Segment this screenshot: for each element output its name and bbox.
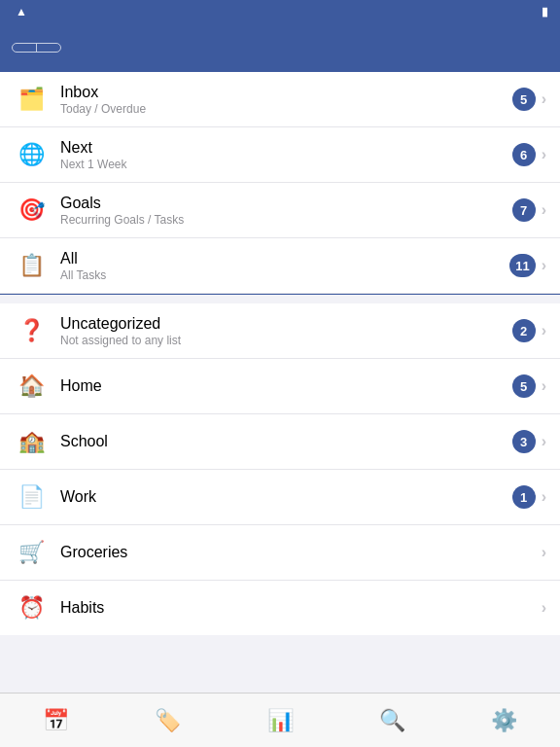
item-right-home: 5›	[512, 374, 546, 398]
item-text-work: Work	[60, 488, 512, 506]
new-button[interactable]	[37, 44, 60, 52]
tab-stats[interactable]: 📊	[224, 694, 335, 747]
item-subtitle-all: All Tasks	[60, 268, 509, 282]
wifi-icon: ▲	[16, 5, 27, 18]
item-right-next: 6›	[512, 143, 546, 166]
search-tab-icon: 🔍	[379, 708, 405, 733]
item-title-goals: Goals	[60, 195, 512, 212]
item-subtitle-goals: Recurring Goals / Tasks	[60, 213, 512, 227]
item-title-inbox: Inbox	[60, 84, 512, 101]
item-text-all: AllAll Tasks	[60, 250, 509, 282]
badge-all: 11	[509, 254, 535, 277]
item-right-work: 1›	[512, 485, 546, 509]
item-text-uncategorized: UncategorizedNot assigned to any list	[60, 315, 512, 347]
item-subtitle-inbox: Today / Overdue	[60, 102, 512, 116]
list-item-school[interactable]: 🏫School3›	[0, 414, 560, 470]
badge-next: 6	[512, 143, 536, 166]
school-icon: 🏫	[14, 424, 49, 459]
tags-tab-icon: 🏷️	[155, 708, 181, 733]
tab-settings[interactable]: ⚙️	[448, 694, 560, 747]
item-title-school: School	[60, 433, 512, 450]
item-title-groceries: Groceries	[60, 544, 542, 561]
list-item-home[interactable]: 🏠Home5›	[0, 359, 560, 414]
tab-today[interactable]: 📅	[0, 694, 112, 747]
nav-edit-new-group	[12, 43, 61, 53]
inbox-icon: 🗂️	[14, 82, 49, 117]
item-title-work: Work	[60, 488, 512, 506]
item-text-home: Home	[60, 377, 512, 395]
item-right-goals: 7›	[512, 198, 546, 222]
habits-icon: ⏰	[14, 590, 49, 625]
item-text-goals: GoalsRecurring Goals / Tasks	[60, 195, 512, 227]
list-item-groceries[interactable]: 🛒Groceries›	[0, 525, 560, 581]
status-battery: ▮	[471, 5, 548, 18]
work-icon: 📄	[14, 480, 49, 515]
item-right-all: 11›	[509, 254, 546, 277]
home-icon: 🏠	[14, 369, 49, 404]
item-right-inbox: 5›	[512, 88, 546, 111]
list-item-all[interactable]: 📋AllAll Tasks11›	[0, 238, 560, 294]
today-tab-icon: 📅	[43, 708, 69, 733]
status-carrier: ▲	[12, 5, 89, 18]
item-title-uncategorized: Uncategorized	[60, 315, 512, 333]
tab-bar: 📅🏷️📊🔍⚙️	[0, 693, 560, 747]
section-divider	[0, 296, 560, 303]
badge-uncategorized: 2	[512, 319, 536, 342]
chevron-next: ›	[542, 146, 546, 163]
uncategorized-icon: ❓	[14, 313, 49, 348]
item-title-next: Next	[60, 139, 512, 157]
item-text-next: NextNext 1 Week	[60, 139, 512, 171]
badge-school: 3	[512, 430, 536, 453]
item-subtitle-next: Next 1 Week	[60, 158, 512, 171]
user-section: ❓UncategorizedNot assigned to any list2›…	[0, 303, 560, 635]
chevron-goals: ›	[542, 201, 546, 219]
item-subtitle-uncategorized: Not assigned to any list	[60, 334, 512, 347]
all-separator	[0, 294, 560, 295]
chevron-home: ›	[542, 377, 546, 395]
list-item-inbox[interactable]: 🗂️InboxToday / Overdue5›	[0, 72, 560, 127]
all-icon: 📋	[14, 248, 49, 283]
badge-home: 5	[512, 374, 536, 398]
item-text-habits: Habits	[60, 599, 542, 617]
chevron-all: ›	[542, 257, 546, 274]
item-text-inbox: InboxToday / Overdue	[60, 84, 512, 116]
chevron-inbox: ›	[542, 90, 546, 108]
list-item-next[interactable]: 🌐NextNext 1 Week6›	[0, 127, 560, 183]
edit-button[interactable]	[13, 44, 37, 52]
next-icon: 🌐	[14, 137, 49, 172]
item-right-uncategorized: 2›	[512, 319, 546, 342]
item-right-groceries: ›	[542, 544, 546, 561]
badge-work: 1	[512, 485, 536, 509]
chevron-uncategorized: ›	[542, 322, 546, 339]
tab-search[interactable]: 🔍	[336, 694, 448, 747]
stats-tab-icon: 📊	[267, 708, 294, 733]
chevron-groceries: ›	[542, 544, 546, 561]
item-title-home: Home	[60, 377, 512, 395]
list-item-work[interactable]: 📄Work1›	[0, 470, 560, 525]
item-right-school: 3›	[512, 430, 546, 453]
list-item-uncategorized[interactable]: ❓UncategorizedNot assigned to any list2›	[0, 303, 560, 359]
builtin-section: 🗂️InboxToday / Overdue5›🌐NextNext 1 Week…	[0, 72, 560, 295]
item-title-all: All	[60, 250, 509, 267]
goals-icon: 🎯	[14, 193, 49, 228]
list-item-habits[interactable]: ⏰Habits›	[0, 581, 560, 635]
list-item-goals[interactable]: 🎯GoalsRecurring Goals / Tasks7›	[0, 183, 560, 238]
groceries-icon: 🛒	[14, 535, 49, 570]
nav-bar	[0, 23, 560, 72]
chevron-habits: ›	[542, 599, 546, 617]
tab-tags[interactable]: 🏷️	[112, 694, 224, 747]
chevron-school: ›	[542, 433, 546, 450]
item-text-groceries: Groceries	[60, 544, 542, 561]
list-container: 🗂️InboxToday / Overdue5›🌐NextNext 1 Week…	[0, 72, 560, 693]
status-bar: ▲ ▮	[0, 0, 560, 23]
item-title-habits: Habits	[60, 599, 542, 617]
badge-inbox: 5	[512, 88, 536, 111]
badge-goals: 7	[512, 198, 536, 222]
settings-tab-icon: ⚙️	[491, 708, 517, 733]
battery-icon: ▮	[542, 5, 548, 18]
item-text-school: School	[60, 433, 512, 450]
chevron-work: ›	[542, 488, 546, 506]
item-right-habits: ›	[542, 599, 546, 617]
